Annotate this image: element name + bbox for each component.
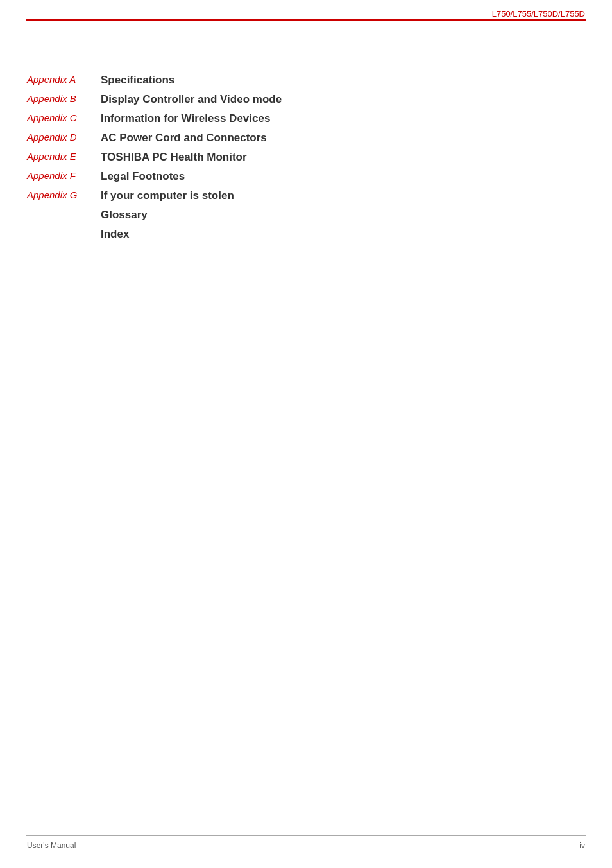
toc-row[interactable]: Appendix FLegal Footnotes	[27, 167, 282, 186]
toc-row[interactable]: Appendix ETOSHIBA PC Health Monitor	[27, 148, 282, 167]
toc-title[interactable]: Glossary	[101, 205, 282, 225]
toc-row[interactable]: Appendix CInformation for Wireless Devic…	[27, 109, 282, 128]
toc-table: Appendix ASpecificationsAppendix BDispla…	[27, 71, 282, 244]
toc-title[interactable]: If your computer is stolen	[101, 186, 282, 205]
toc-prefix: Appendix E	[27, 148, 101, 167]
bottom-border	[26, 835, 586, 836]
model-label: L750/L755/L750D/L755D	[492, 9, 585, 19]
toc-title[interactable]: AC Power Cord and Connectors	[101, 128, 282, 148]
toc-row[interactable]: Glossary	[27, 205, 282, 225]
main-content: Appendix ASpecificationsAppendix BDispla…	[0, 13, 612, 295]
toc-prefix: Appendix A	[27, 71, 101, 90]
toc-prefix: Appendix G	[27, 186, 101, 205]
toc-row[interactable]: Appendix ASpecifications	[27, 71, 282, 90]
toc-title[interactable]: Index	[101, 225, 282, 244]
toc-title[interactable]: Legal Footnotes	[101, 167, 282, 186]
toc-title[interactable]: Information for Wireless Devices	[101, 109, 282, 128]
toc-row[interactable]: Appendix DAC Power Cord and Connectors	[27, 128, 282, 148]
toc-title[interactable]: Specifications	[101, 71, 282, 90]
toc-row[interactable]: Index	[27, 225, 282, 244]
toc-row[interactable]: Appendix BDisplay Controller and Video m…	[27, 90, 282, 109]
toc-title[interactable]: TOSHIBA PC Health Monitor	[101, 148, 282, 167]
toc-title[interactable]: Display Controller and Video mode	[101, 90, 282, 109]
toc-prefix: Appendix C	[27, 109, 101, 128]
toc-prefix-empty	[27, 225, 101, 244]
toc-prefix: Appendix F	[27, 167, 101, 186]
top-border	[26, 19, 586, 21]
footer-left: User's Manual	[27, 841, 76, 850]
footer-right: iv	[579, 841, 585, 850]
toc-prefix: Appendix B	[27, 90, 101, 109]
toc-prefix-empty	[27, 205, 101, 225]
toc-prefix: Appendix D	[27, 128, 101, 148]
toc-row[interactable]: Appendix GIf your computer is stolen	[27, 186, 282, 205]
